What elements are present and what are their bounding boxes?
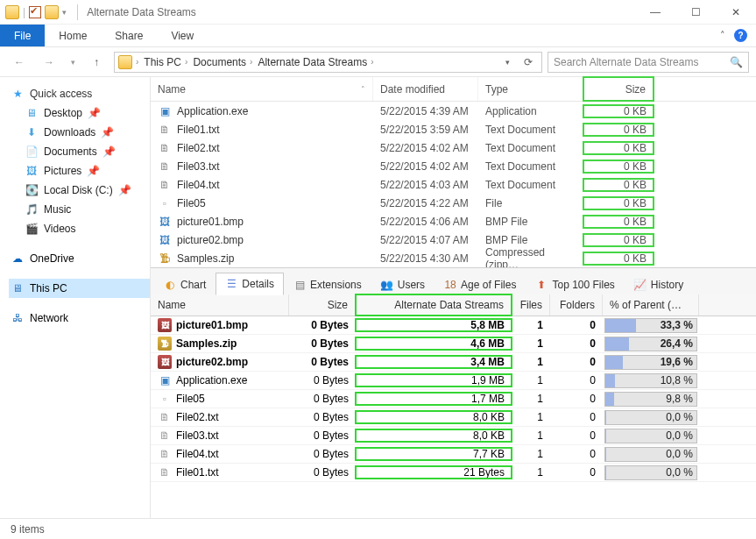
file-icon: 🖼 [158,355,172,369]
file-row[interactable]: 🗎File03.txt5/22/2015 4:02 AMText Documen… [151,157,756,175]
file-tab[interactable]: File [0,25,45,46]
file-row[interactable]: 🖼picture01.bmp5/22/2015 4:06 AMBMP File0… [151,212,756,230]
file-row[interactable]: 🗎File04.txt5/22/2015 4:03 AMText Documen… [151,175,756,194]
pin-icon: 📌 [102,145,116,158]
file-icon: 🖼 [158,233,172,247]
sort-arrow-icon: ˄ [361,85,365,94]
search-box[interactable]: Search Alternate Data Streams 🔍 [548,52,749,73]
desk-icon: 🖥 [25,106,39,120]
dcol-name[interactable]: Name [151,294,289,316]
tab-home[interactable]: Home [45,25,101,46]
percent-bar: 19,6 % [604,355,697,370]
analyzer-tab-age-of-files[interactable]: 18Age of Files [435,273,526,295]
star-icon: ★ [11,87,25,101]
file-row[interactable]: ▫File055/22/2015 4:22 AMFile0 KB [151,194,756,212]
file-icon: 🗎 [158,465,172,479]
sidebar-item[interactable]: 🖼Pictures📌 [9,161,150,181]
detail-row[interactable]: 🗎File02.txt0 Bytes8,0 KB100,0 % [151,408,756,427]
column-size[interactable]: Size [583,77,654,101]
details-icon: ☰ [225,278,237,290]
tab-share[interactable]: Share [101,25,157,46]
detail-row[interactable]: ▣Application.exe0 Bytes1,9 MB1010,8 % [151,372,756,390]
breadcrumb-0[interactable]: This PC› [142,56,189,68]
tab-view[interactable]: View [157,25,208,46]
file-row[interactable]: 🗜Samples.zip5/22/2015 4:30 AMCompressed … [151,249,756,267]
sidebar-item[interactable]: 🎬Videos [9,219,150,238]
file-icon: 🖼 [158,318,172,332]
detail-row[interactable]: ▫File050 Bytes1,7 MB109,8 % [151,390,756,408]
down-icon: ⬇ [25,125,39,139]
sidebar-network[interactable]: 🖧 Network [9,309,150,328]
search-placeholder: Search Alternate Data Streams [554,56,698,68]
sidebar-quick-access[interactable]: ★ Quick access [9,84,150,103]
file-icon: 🗎 [158,429,172,443]
breadcrumb-1[interactable]: Documents› [191,56,254,68]
file-row[interactable]: 🗎File01.txt5/22/2015 3:59 AMText Documen… [151,120,756,138]
address-dropdown-icon[interactable]: ▾ [498,56,517,68]
sidebar-item[interactable]: 🖥Desktop📌 [9,103,150,123]
new-folder-icon[interactable] [45,5,59,19]
detail-row[interactable]: 🗜Samples.zip0 Bytes4,6 MB1026,4 % [151,335,756,353]
up-button[interactable]: ↑ [84,52,109,73]
network-icon: 🖧 [11,311,25,325]
file-row[interactable]: 🖼picture02.bmp5/22/2015 4:07 AMBMP File0… [151,230,756,249]
analyzer-tab-extensions[interactable]: ▤Extensions [284,273,371,295]
percent-bar: 9,8 % [604,392,697,407]
sidebar-item[interactable]: 📄Documents📌 [9,142,150,161]
status-bar: 9 items [0,518,756,539]
breadcrumb-2[interactable]: Alternate Data Streams› [256,56,375,68]
refresh-button[interactable]: ⟳ [519,56,538,68]
file-icon: ▫ [158,196,172,210]
breadcrumb-sep-0[interactable]: › [134,57,140,67]
analyzer-tab-top-100-files[interactable]: ⬆Top 100 Files [526,273,624,295]
sidebar-item[interactable]: 💽Local Disk (C:)📌 [9,181,150,200]
file-icon: 🗎 [158,410,172,424]
file-row[interactable]: ▣Application.exe5/22/2015 4:39 AMApplica… [151,102,756,120]
close-button[interactable]: ✕ [716,0,756,25]
detail-row[interactable]: 🗎File01.txt0 Bytes21 Bytes100,0 % [151,464,756,482]
back-button[interactable]: ← [7,52,32,73]
minimize-button[interactable]: — [635,0,675,25]
chart-icon: ◐ [164,279,176,291]
sidebar-this-pc[interactable]: 🖥 This PC [9,279,150,298]
qat-divider: | [23,6,25,18]
forward-button[interactable]: → [37,52,61,73]
detail-row[interactable]: 🖼picture01.bmp0 Bytes5,8 MB1033,3 % [151,316,756,335]
details-rows: 🖼picture01.bmp0 Bytes5,8 MB1033,3 %🗜Samp… [151,316,756,482]
sidebar-item[interactable]: ⬇Downloads📌 [9,123,150,142]
maximize-button[interactable]: ☐ [675,0,716,25]
dcol-folders[interactable]: Folders [550,294,603,316]
dcol-files[interactable]: Files [512,294,550,316]
top-icon: ⬆ [535,279,548,291]
dcol-pct[interactable]: % of Parent (… [603,294,699,316]
column-date[interactable]: Date modified [373,77,478,101]
sidebar-onedrive[interactable]: ☁ OneDrive [9,249,150,268]
ribbon-collapse-icon[interactable]: ˄ [720,30,725,41]
dcol-ads[interactable]: Alternate Data Streams [356,294,512,316]
qat-dropdown-icon[interactable]: ▾ [62,8,67,17]
analyzer-tab-users[interactable]: 👥Users [371,273,435,295]
file-row[interactable]: 🗎File02.txt5/22/2015 4:02 AMText Documen… [151,138,756,157]
analyzer-tab-chart[interactable]: ◐Chart [154,273,215,295]
address-bar[interactable]: › This PC› Documents› Alternate Data Str… [114,52,542,73]
file-list[interactable]: ▣Application.exe5/22/2015 4:39 AMApplica… [151,102,756,267]
percent-bar: 10,8 % [604,373,697,388]
detail-row[interactable]: 🗎File03.txt0 Bytes8,0 KB100,0 % [151,427,756,445]
dcol-size[interactable]: Size [289,294,356,316]
sidebar-item[interactable]: 🎵Music [9,200,150,219]
recent-dropdown[interactable]: ▾ [67,52,79,73]
detail-row[interactable]: 🗎File04.txt0 Bytes7,7 KB100,0 % [151,445,756,464]
percent-bar: 0,0 % [604,447,697,462]
search-icon[interactable]: 🔍 [730,56,743,68]
file-icon: ▣ [158,373,172,387]
analyzer-tab-details[interactable]: ☰Details [215,273,284,295]
file-icon: 🗎 [158,447,172,461]
analyzer-tab-history[interactable]: 📈History [625,273,693,295]
column-type[interactable]: Type [478,77,583,101]
percent-bar: 0,0 % [604,410,697,425]
qat-separator [77,4,78,20]
properties-icon[interactable] [29,6,41,18]
detail-row[interactable]: 🖼picture02.bmp0 Bytes3,4 MB1019,6 % [151,353,756,372]
column-name[interactable]: Name˄ [151,77,373,101]
help-icon[interactable]: ? [734,29,747,42]
